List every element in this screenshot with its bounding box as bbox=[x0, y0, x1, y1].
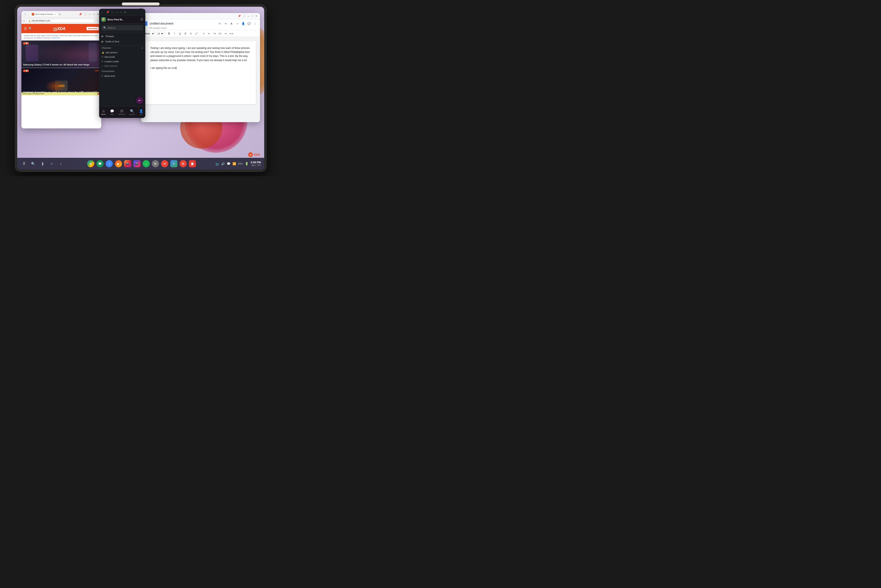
xda-article-1[interactable]: 4 💬 Samsung Galaxy Z Fold 5 hands on: Al… bbox=[21, 40, 101, 68]
browser-home-button[interactable]: ⌂ bbox=[23, 19, 25, 22]
docs-content[interactable]: Testing I am doing voice typing. I am ju… bbox=[141, 37, 260, 122]
docs-size-select[interactable]: 11 bbox=[156, 32, 164, 36]
docs-add-button[interactable]: + bbox=[235, 21, 240, 26]
docs-redo-button[interactable]: ↪ bbox=[223, 21, 228, 26]
slack-jump-to-label: Jump to... bbox=[108, 27, 117, 29]
docs-underline-button[interactable]: U bbox=[178, 31, 182, 36]
dock-home-button[interactable]: ○ bbox=[48, 160, 55, 167]
slack-nav-you[interactable]: 👤 You bbox=[138, 108, 144, 116]
xda-article-1-image: 4 💬 Samsung Galaxy Z Fold 5 hands on: Al… bbox=[21, 40, 101, 68]
dock-cast-icon[interactable]: 📺 bbox=[215, 162, 219, 165]
docs-maximize-button[interactable]: □ bbox=[251, 15, 254, 18]
slack-nav-mentions[interactable]: @ Mentions bbox=[117, 108, 126, 116]
dock-hangouts-icon[interactable]: 💬 bbox=[96, 160, 104, 167]
docs-italic-button[interactable]: I bbox=[172, 31, 177, 36]
slack-channel-seniors[interactable]: 🔒 xda-seniors bbox=[99, 50, 145, 54]
slack-connection-alerts-tech[interactable]: # alerts-tech bbox=[99, 74, 145, 78]
slack-workspace-menu-button[interactable]: ☰ bbox=[140, 17, 143, 21]
dock-chrome2-icon[interactable]: G bbox=[180, 160, 187, 167]
xda-newsletter-button[interactable]: Newsletter bbox=[87, 27, 99, 30]
slack-expand-button[interactable]: ⛶ bbox=[111, 10, 114, 14]
docs-expand-button[interactable]: ⛶ bbox=[242, 15, 246, 18]
docs-indent-button[interactable]: ⇥ bbox=[223, 31, 228, 36]
docs-highlight-button[interactable]: 🖊 bbox=[194, 31, 198, 36]
dock-instagram1-icon[interactable]: 📷 bbox=[124, 160, 131, 167]
slack-workspace-icon: 🎨 bbox=[101, 17, 106, 22]
xda-search-icon[interactable]: 🔍 bbox=[29, 27, 32, 30]
dock-recent-apps-button[interactable]: ||| bbox=[39, 160, 46, 167]
slack-nav-dms[interactable]: 💬 DMs bbox=[109, 108, 116, 116]
dock-red-app-icon[interactable]: 📋 bbox=[189, 160, 196, 167]
docs-bullet-list-button[interactable]: •≡ bbox=[212, 31, 217, 36]
dock-time-display: 4:58 PM Mon, 7/31 bbox=[251, 161, 261, 166]
docs-close-button[interactable]: ✕ bbox=[255, 15, 258, 18]
slack-drafts-item[interactable]: ▶ Drafts & Sent bbox=[99, 39, 145, 44]
slack-jump-to-button[interactable]: 🔍 Jump to... bbox=[101, 25, 143, 30]
dock-chat-icon[interactable]: 💬 bbox=[227, 162, 230, 165]
docs-add-person-button[interactable]: 👤 bbox=[241, 21, 246, 26]
slack-pin-button[interactable]: 📌 bbox=[105, 10, 110, 14]
slack-window: ← 📌 ⛶ — □ ✕ 🎨 Busy Pixel M... ☰ bbox=[99, 9, 145, 118]
xda-menu-icon[interactable]: ☰ bbox=[24, 27, 27, 31]
slack-channels-collapse-icon: ∧ bbox=[141, 47, 143, 49]
slack-add-channel-icon: + bbox=[102, 64, 103, 67]
dock-spotify-icon[interactable]: ♪ bbox=[143, 160, 150, 167]
slack-minimize-button[interactable]: — bbox=[115, 10, 119, 14]
dock-gdocs-icon[interactable]: ≡ bbox=[106, 160, 113, 167]
dock-wifi-icon[interactable]: 📶 bbox=[233, 162, 236, 165]
browser-active-tab[interactable]: X XDA Portal & Forums ✕ bbox=[30, 12, 57, 16]
browser-back-button[interactable]: ← bbox=[23, 12, 28, 16]
docs-align-button[interactable]: ≡ bbox=[201, 31, 206, 36]
stylus bbox=[122, 3, 159, 6]
slack-nav-search[interactable]: 🔍 Search bbox=[128, 108, 136, 116]
browser-tab-close-button[interactable]: ✕ bbox=[54, 13, 56, 15]
dock-mail-icon[interactable]: ✉ bbox=[161, 160, 168, 167]
browser-nav-controls: ← bbox=[23, 12, 28, 16]
dock-chrome-icon[interactable]: G bbox=[87, 160, 94, 167]
slack-search-area: 🔍 Jump to... bbox=[99, 24, 145, 32]
slack-maximize-button[interactable]: □ bbox=[120, 10, 123, 14]
slack-channel-social[interactable]: # xda-social bbox=[99, 54, 145, 59]
docs-number-list-button[interactable]: 1≡ bbox=[218, 31, 223, 36]
dock-volume-icon[interactable]: 🔊 bbox=[221, 162, 225, 165]
slack-add-channel-button[interactable]: + Add channel bbox=[99, 64, 145, 68]
dock-all-apps-button[interactable]: ⠿ bbox=[21, 160, 27, 167]
docs-indent-increase-button[interactable]: ⇥⇥ bbox=[229, 31, 233, 36]
browser-maximize-button[interactable]: □ bbox=[93, 13, 95, 16]
docs-indent-decrease-button[interactable]: ⇤ bbox=[207, 31, 212, 36]
dock-play-icon[interactable]: ▶ bbox=[115, 160, 122, 167]
slack-compose-button[interactable]: ✏ bbox=[136, 97, 143, 104]
slack-threads-item[interactable]: ▶ Threads bbox=[99, 34, 145, 39]
slack-drafts-icon: ▶ bbox=[102, 40, 104, 43]
dock-search-button[interactable]: 🔍 bbox=[30, 160, 36, 167]
docs-text-size-button[interactable]: A bbox=[229, 21, 234, 26]
docs-more-button[interactable]: ⋮ bbox=[253, 21, 257, 26]
slack-back-button[interactable]: ← bbox=[101, 10, 104, 14]
xda-disclaimer-link[interactable]: Read More bbox=[52, 37, 60, 39]
docs-minimize-button[interactable]: — bbox=[247, 15, 250, 18]
browser-new-tab-button[interactable]: + bbox=[59, 12, 62, 16]
dock-app-icons: G 💬 ≡ ▶ 📷 📸 ♪ bbox=[68, 160, 215, 167]
browser-pin-button[interactable]: 📌 bbox=[78, 13, 83, 16]
docs-bold-button[interactable]: B bbox=[167, 31, 171, 36]
slack-drafts-label: Drafts & Sent bbox=[105, 40, 119, 43]
xda-article-2[interactable]: AMD≡ AMD 2 💬 Zenbleed: Everything you ne… bbox=[21, 68, 101, 96]
slack-nav-items: ▶ Threads ▶ Drafts & Sent bbox=[99, 32, 145, 45]
docs-comment-button[interactable]: 💬 bbox=[247, 21, 252, 26]
dock-gsuite-icon[interactable]: G bbox=[170, 160, 177, 167]
slack-close-button[interactable]: ✕ bbox=[123, 10, 127, 14]
docs-pin-button[interactable]: 📌 bbox=[237, 15, 242, 18]
slack-channels-section[interactable]: Channels ∧ bbox=[99, 45, 145, 50]
docs-undo-button[interactable]: ↩ bbox=[217, 21, 222, 26]
browser-minimize-button[interactable]: — bbox=[88, 13, 92, 16]
docs-text-color-button[interactable]: A bbox=[189, 31, 193, 36]
docs-strikethrough-button[interactable]: S bbox=[183, 31, 188, 36]
browser-url-box[interactable]: 🔒 xda-developers.com bbox=[26, 19, 95, 22]
dock-instagram2-icon[interactable]: 📸 bbox=[133, 160, 140, 167]
dock-bar: ⠿ 🔍 ||| ○ ‹ G 💬 ≡ ▶ bbox=[17, 158, 264, 170]
dock-back-button[interactable]: ‹ bbox=[57, 160, 64, 167]
slack-channel-water-cooler[interactable]: # z-water-cooler bbox=[99, 59, 145, 64]
dock-settings-icon[interactable]: ⚙ bbox=[152, 160, 159, 167]
browser-expand-button[interactable]: ⛶ bbox=[83, 13, 87, 16]
slack-nav-home[interactable]: ⌂ Home bbox=[100, 108, 107, 116]
